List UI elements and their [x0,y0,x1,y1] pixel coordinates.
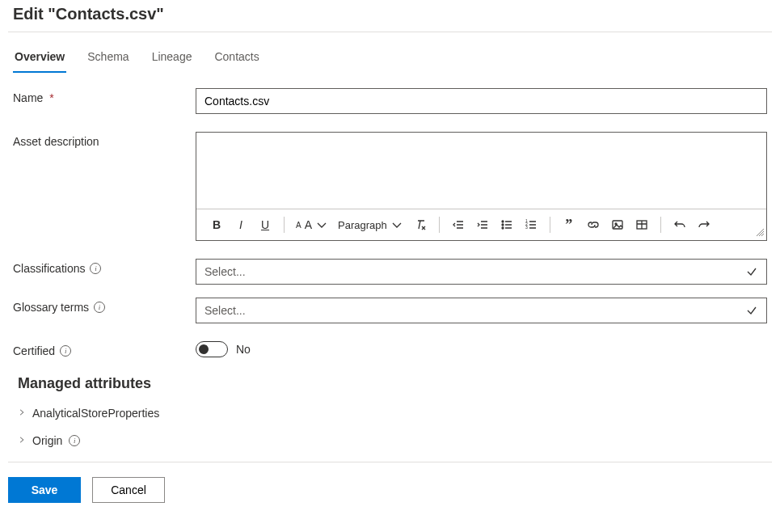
quote-icon: ” [565,221,572,230]
overview-form: Name* Asset description B I U [8,74,772,462]
chevron-right-icon [18,407,26,419]
expander-analytical-store-properties[interactable]: AnalyticalStoreProperties [13,403,767,431]
expander-label: AnalyticalStoreProperties [32,407,159,420]
undo-button[interactable] [668,213,692,237]
numbered-list-button[interactable]: 123 [519,213,543,237]
separator [439,217,440,233]
clear-formatting-button[interactable] [408,213,432,237]
table-button[interactable] [630,213,654,237]
redo-icon [698,218,710,231]
info-icon[interactable]: i [60,345,71,357]
font-size-button[interactable]: AA [291,213,333,237]
page-title: Edit "Contacts.csv" [13,5,772,23]
classifications-select[interactable]: Select... [196,259,767,285]
outdent-icon [452,218,465,231]
clear-format-icon [414,218,427,231]
svg-text:3: 3 [525,225,528,230]
rte-toolbar: B I U AA Paragraph [196,209,766,240]
name-input[interactable] [196,88,767,114]
paragraph-style-button[interactable]: Paragraph [333,213,408,237]
tab-bar: Overview Schema Lineage Contacts [8,32,772,74]
tab-contacts[interactable]: Contacts [213,45,260,73]
redo-button[interactable] [692,213,716,237]
tab-overview[interactable]: Overview [13,45,66,73]
tab-schema[interactable]: Schema [86,45,130,73]
checkmark-icon [745,265,758,278]
description-editor: B I U AA Paragraph [196,132,767,241]
glossary-select[interactable]: Select... [196,298,767,323]
description-label: Asset description [13,132,196,148]
undo-icon [673,218,686,231]
chevron-right-icon [18,435,26,446]
managed-attributes-heading: Managed attributes [18,375,767,392]
classifications-label: Classifications i [13,259,196,275]
certified-label: Certified i [13,341,196,357]
tab-lineage[interactable]: Lineage [150,45,194,73]
italic-button[interactable]: I [229,213,253,237]
chevron-down-icon [315,218,328,231]
svg-point-0 [502,221,504,222]
required-mark: * [49,91,53,104]
image-icon [611,218,624,231]
bullet-list-button[interactable] [495,213,519,237]
cancel-button[interactable]: Cancel [92,477,165,503]
info-icon[interactable]: i [94,302,105,313]
info-icon[interactable]: i [90,263,101,274]
outdent-button[interactable] [446,213,470,237]
link-button[interactable] [581,213,605,237]
separator [660,217,661,233]
select-placeholder: Select... [204,265,246,278]
name-label: Name* [13,88,196,104]
separator [284,217,285,233]
checkmark-icon [745,304,758,317]
resize-handle[interactable] [757,229,765,239]
expander-label: Origin [32,434,62,447]
indent-button[interactable] [470,213,495,237]
expander-origin[interactable]: Origin i [13,431,767,458]
save-button[interactable]: Save [8,477,81,503]
glossary-label: Glossary terms i [13,298,196,314]
description-textarea[interactable] [196,133,766,209]
bullet-list-icon [500,218,513,231]
svg-point-1 [502,224,504,226]
numbered-list-icon: 123 [525,218,538,231]
link-icon [587,218,600,231]
info-icon[interactable]: i [69,435,80,446]
footer-actions: Save Cancel [8,462,772,509]
svg-point-2 [502,227,504,229]
bold-button[interactable]: B [204,213,229,237]
underline-button[interactable]: U [253,213,277,237]
separator [550,217,550,233]
quote-button[interactable]: ” [557,213,581,237]
select-placeholder: Select... [204,304,246,317]
image-button[interactable] [605,213,630,237]
toggle-knob [199,344,209,354]
certified-toggle[interactable] [196,341,228,357]
certified-value-text: No [236,343,251,356]
resize-icon [757,229,765,237]
chevron-down-icon [390,218,403,231]
table-icon [635,218,648,231]
indent-icon [476,218,489,231]
